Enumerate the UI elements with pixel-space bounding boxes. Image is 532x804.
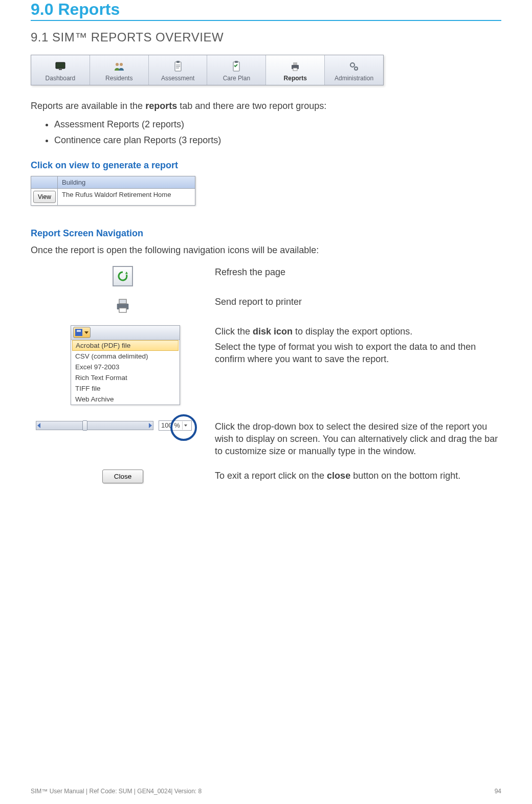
refresh-button[interactable] (113, 266, 133, 286)
svg-rect-10 (235, 61, 238, 63)
click-view-heading: Click on view to generate a report (31, 160, 501, 171)
tab-administration[interactable]: Administration (325, 55, 383, 85)
section-heading: 9.0 Reports (31, 0, 501, 21)
grid-header-building: Building (58, 176, 195, 188)
page-number: 94 (495, 788, 501, 795)
zoom-control[interactable]: 100 % (36, 420, 192, 431)
slider-thumb[interactable] (82, 420, 87, 431)
svg-point-3 (120, 63, 123, 66)
svg-rect-1 (59, 69, 62, 70)
subsection-heading: 9.1 SIM™ REPORTS OVERVIEW (31, 30, 501, 44)
refresh-desc: Refresh the page (215, 266, 501, 278)
zoom-dropdown-caret-icon[interactable] (182, 421, 189, 430)
tab-label: Administration (335, 75, 373, 82)
export-option[interactable]: Acrobat (PDF) file (72, 340, 179, 351)
page-footer: SIM™ User Manual | Ref Code: SUM | GEN4_… (31, 788, 501, 795)
dropdown-caret-icon (84, 331, 88, 334)
nav-heading: Report Screen Navigation (31, 228, 501, 239)
gears-icon (347, 60, 361, 73)
tab-residents[interactable]: Residents (90, 55, 149, 85)
clipboard-icon (171, 60, 185, 73)
disk-save-button[interactable] (73, 327, 91, 338)
svg-rect-9 (233, 62, 239, 71)
zoom-desc: Click the drop-down box to select the de… (215, 420, 501, 458)
export-option[interactable]: CSV (comma delimited) (71, 351, 180, 362)
intro-paragraph: Reports are available in the reports tab… (31, 100, 501, 112)
building-grid: Building View The Rufus Waldorf Retireme… (31, 176, 195, 206)
close-button[interactable]: Close (102, 470, 144, 483)
footer-left: SIM™ User Manual | Ref Code: SUM | GEN4_… (31, 788, 202, 795)
tab-label: Residents (105, 75, 132, 82)
disk-desc-1: Click the disk icon to display the expor… (215, 325, 501, 338)
svg-rect-0 (56, 62, 65, 69)
svg-point-14 (350, 63, 354, 67)
building-name-cell: The Rufus Waldorf Retirement Home (58, 189, 195, 205)
printer-icon (114, 297, 131, 315)
svg-point-15 (354, 67, 358, 70)
slider-right-arrow-icon[interactable] (149, 423, 152, 428)
export-dropdown[interactable]: Acrobat (PDF) file CSV (comma delimited)… (71, 325, 180, 405)
app-toolbar: Dashboard Residents Assessment Care Plan… (31, 55, 384, 85)
svg-rect-18 (119, 308, 126, 312)
tab-label: Care Plan (223, 75, 250, 82)
list-item: Continence care plan Reports (3 reports) (54, 135, 501, 146)
close-desc: To exit a report click on the close butt… (215, 470, 501, 482)
export-option[interactable]: TIFF file (71, 383, 180, 394)
people-icon (112, 60, 126, 73)
tab-label: Assessment (161, 75, 194, 82)
svg-rect-17 (119, 299, 126, 304)
svg-rect-5 (176, 61, 180, 63)
export-option[interactable]: Excel 97-2003 (71, 362, 180, 372)
tab-dashboard[interactable]: Dashboard (31, 55, 90, 85)
disk-desc-2: Select the type of format you wish to ex… (215, 341, 501, 366)
tab-label: Dashboard (46, 75, 76, 82)
print-desc: Send report to printer (215, 296, 501, 308)
svg-rect-13 (293, 68, 297, 71)
svg-rect-12 (293, 62, 297, 65)
tab-label: Reports (284, 75, 307, 82)
slider-left-arrow-icon[interactable] (37, 423, 40, 428)
list-item: Assessment Reports (2 reports) (54, 119, 501, 130)
export-option[interactable]: Rich Text Format (71, 372, 180, 383)
print-button[interactable] (113, 296, 133, 316)
task-list-icon (229, 60, 243, 73)
view-button[interactable]: View (33, 191, 56, 203)
refresh-icon (117, 270, 129, 282)
tab-care-plan[interactable]: Care Plan (207, 55, 266, 85)
monitor-icon (53, 60, 68, 73)
grid-header-empty (31, 176, 58, 188)
nav-intro: Once the report is open the following na… (31, 244, 501, 256)
tab-reports[interactable]: Reports (266, 55, 325, 85)
zoom-value-input[interactable]: 100 % (159, 420, 192, 431)
printer-icon (288, 60, 302, 73)
tab-assessment[interactable]: Assessment (149, 55, 208, 85)
disk-icon (75, 329, 82, 336)
zoom-slider[interactable] (36, 421, 153, 430)
export-option[interactable]: Web Archive (71, 394, 180, 405)
report-groups-list: Assessment Reports (2 reports) Continenc… (54, 119, 501, 146)
svg-point-2 (116, 63, 119, 66)
